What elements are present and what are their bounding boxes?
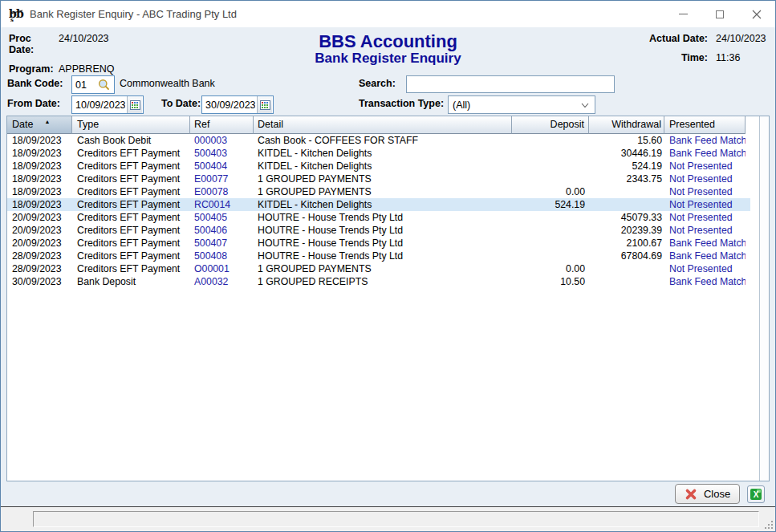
svg-text:b: b: [16, 7, 24, 20]
table-row[interactable]: 20/09/2023 Creditors EFT Payment 500407 …: [7, 237, 750, 250]
table-row[interactable]: 18/09/2023 Creditors EFT Payment E00078 …: [7, 185, 750, 198]
table-row[interactable]: 30/09/2023 Bank Deposit A00032 1 GROUPED…: [7, 275, 750, 288]
excel-icon: X: [750, 488, 762, 501]
minimize-icon: [679, 14, 688, 14]
magnifier-icon: [98, 79, 110, 91]
table-row[interactable]: 28/09/2023 Creditors EFT Payment O00001 …: [7, 262, 750, 275]
bank-code-input[interactable]: [72, 76, 95, 93]
minimize-button[interactable]: [664, 1, 701, 27]
cell-presented: Bank Feed Match: [664, 147, 746, 160]
cell-type: Cash Book Debit: [72, 134, 190, 147]
cell-deposit: 0.00: [512, 185, 589, 198]
export-excel-button[interactable]: X: [747, 485, 765, 503]
cell-detail: HOUTRE - House Trends Pty Ltd: [254, 211, 512, 224]
bank-code-label: Bank Code:: [7, 78, 63, 89]
cell-ref: E00078: [190, 185, 254, 198]
search-input[interactable]: [406, 75, 615, 93]
bbs-app-icon: b b s: [9, 6, 24, 22]
from-date-calendar-button[interactable]: [127, 96, 142, 113]
column-header-detail[interactable]: Detail: [254, 116, 512, 134]
cell-type: Bank Deposit: [72, 275, 190, 288]
column-header-type[interactable]: Type: [72, 116, 190, 134]
cell-deposit: [512, 173, 589, 185]
cell-ref: E00077: [190, 173, 254, 185]
table-row[interactable]: 20/09/2023 Creditors EFT Payment 500406 …: [7, 224, 750, 237]
cell-detail: HOUTRE - House Trends Pty Ltd: [254, 224, 512, 237]
cell-type: Creditors EFT Payment: [72, 160, 190, 173]
column-header-presented[interactable]: Presented: [664, 116, 746, 134]
table-row[interactable]: 28/09/2023 Creditors EFT Payment 500408 …: [7, 250, 750, 262]
cell-date: 18/09/2023: [7, 198, 72, 211]
cell-type: Creditors EFT Payment: [72, 250, 190, 262]
cell-detail: 1 GROUPED PAYMENTS: [254, 185, 512, 198]
cell-detail: KITDEL - Kitchen Delights: [254, 147, 512, 160]
cell-date: 20/09/2023: [7, 237, 72, 250]
cell-deposit: [512, 160, 589, 173]
transaction-type-select[interactable]: (All): [448, 95, 595, 114]
cell-deposit: 10.50: [512, 275, 589, 288]
column-header-deposit[interactable]: Deposit: [512, 116, 589, 134]
cell-deposit: 524.19: [512, 198, 589, 211]
cell-withdrawal: 15.60: [589, 134, 664, 147]
transaction-type-label: Transaction Type:: [359, 98, 444, 109]
sort-ascending-icon: ▲: [44, 119, 50, 124]
close-window-button[interactable]: [738, 1, 775, 27]
cell-ref: A00032: [190, 275, 254, 288]
cell-presented: Not Presented: [664, 173, 746, 185]
cell-deposit: [512, 211, 589, 224]
column-header-withdrawal[interactable]: Withdrawal: [589, 116, 664, 134]
to-date-input[interactable]: [202, 96, 257, 113]
time-value: 11:36: [708, 52, 766, 63]
cell-deposit: [512, 134, 589, 147]
cell-withdrawal: [589, 198, 664, 211]
to-date-calendar-button[interactable]: [257, 96, 272, 113]
cell-ref: RC0014: [190, 198, 254, 211]
resize-grip[interactable]: [764, 520, 774, 530]
cell-deposit: [512, 147, 589, 160]
window-title: Bank Register Enquiry - ABC Trading Pty …: [30, 8, 237, 20]
chevron-down-icon: [581, 103, 589, 108]
column-header-ref[interactable]: Ref: [190, 116, 254, 134]
calendar-icon: [130, 99, 140, 110]
table-row[interactable]: 18/09/2023 Cash Book Debit 000003 Cash B…: [7, 134, 750, 147]
cell-date: 28/09/2023: [7, 262, 72, 275]
bank-lookup-button[interactable]: [95, 76, 112, 93]
column-header-date[interactable]: Date▲: [7, 116, 72, 134]
cell-deposit: 0.00: [512, 262, 589, 275]
cell-withdrawal: [589, 275, 664, 288]
cell-presented: Not Presented: [664, 160, 746, 173]
cell-presented: Not Presented: [664, 198, 746, 211]
cell-deposit: [512, 250, 589, 262]
title-bar: b b s Bank Register Enquiry - ABC Tradin…: [1, 1, 775, 27]
from-date-label: From Date:: [7, 98, 60, 109]
status-bar: [1, 506, 775, 531]
cell-withdrawal: [589, 262, 664, 275]
cell-date: 28/09/2023: [7, 250, 72, 262]
cell-presented: Bank Feed Match: [664, 237, 746, 250]
cell-date: 18/09/2023: [7, 173, 72, 185]
table-row[interactable]: 18/09/2023 Creditors EFT Payment 500403 …: [7, 147, 750, 160]
table-row[interactable]: 18/09/2023 Creditors EFT Payment 500404 …: [7, 160, 750, 173]
table-row[interactable]: 18/09/2023 Creditors EFT Payment E00077 …: [7, 173, 750, 185]
vertical-scrollbar[interactable]: [759, 116, 769, 481]
from-date-input[interactable]: [72, 96, 127, 113]
close-button-label: Close: [704, 488, 730, 500]
cell-withdrawal: [589, 185, 664, 198]
cell-withdrawal: 45079.33: [589, 211, 664, 224]
cell-withdrawal: 524.19: [589, 160, 664, 173]
svg-text:s: s: [10, 16, 14, 22]
transaction-type-value: (All): [453, 99, 470, 111]
close-button[interactable]: Close: [675, 484, 740, 504]
table-row[interactable]: 20/09/2023 Creditors EFT Payment 500405 …: [7, 211, 750, 224]
cell-detail: KITDEL - Kitchen Delights: [254, 160, 512, 173]
cell-withdrawal: 30446.19: [589, 147, 664, 160]
cell-detail: HOUTRE - House Trends Pty Ltd: [254, 237, 512, 250]
table-row[interactable]: 18/09/2023 Creditors EFT Payment RC0014 …: [7, 198, 750, 211]
bank-code-group: [71, 75, 115, 94]
maximize-button[interactable]: [701, 1, 738, 27]
cell-presented: Not Presented: [664, 185, 746, 198]
calendar-icon: [260, 99, 270, 110]
cell-date: 20/09/2023: [7, 211, 72, 224]
cell-type: Creditors EFT Payment: [72, 147, 190, 160]
cell-date: 18/09/2023: [7, 147, 72, 160]
